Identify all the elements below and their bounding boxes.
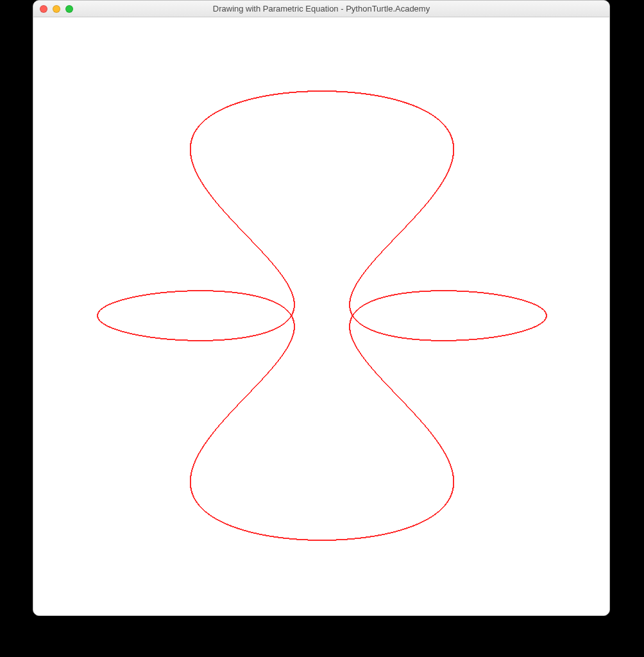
parametric-plot xyxy=(33,17,610,616)
close-icon[interactable] xyxy=(40,5,47,13)
maximize-icon[interactable] xyxy=(65,5,73,13)
titlebar[interactable]: Drawing with Parametric Equation - Pytho… xyxy=(33,1,609,17)
canvas-area xyxy=(33,17,609,615)
app-window: Drawing with Parametric Equation - Pytho… xyxy=(33,0,610,616)
traffic-lights xyxy=(33,5,73,13)
parametric-curve xyxy=(97,91,547,540)
window-title: Drawing with Parametric Equation - Pytho… xyxy=(33,4,609,13)
minimize-icon[interactable] xyxy=(53,5,60,13)
